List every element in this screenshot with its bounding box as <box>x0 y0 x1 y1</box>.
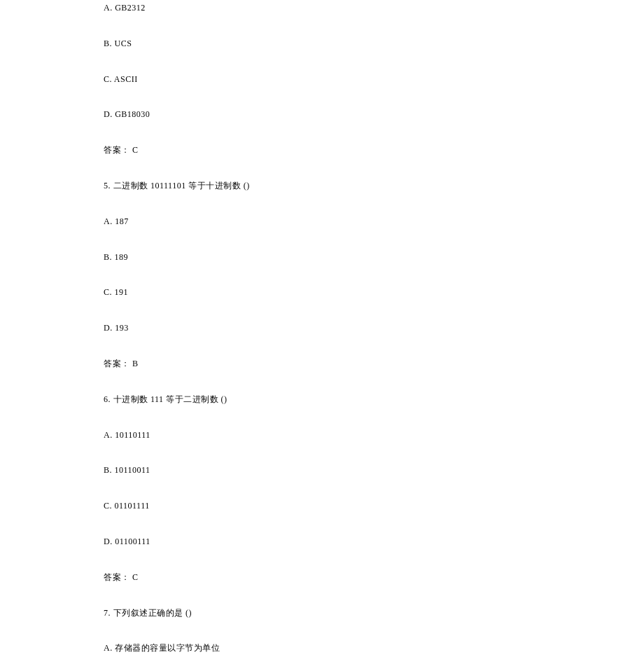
text-line: A. 10110111 <box>104 429 644 441</box>
text-line: C. 191 <box>104 286 644 298</box>
text-line: A. 存储器的容量以字节为单位 <box>104 642 644 654</box>
text-line: D. 01100111 <box>104 536 644 548</box>
text-line: 5. 二进制数 10111101 等于十进制数 () <box>104 180 644 192</box>
text-line: 7. 下列叙述正确的是 () <box>104 607 644 619</box>
text-line: D. GB18030 <box>104 109 644 120</box>
text-line: B. UCS <box>104 38 644 50</box>
text-line: D. 193 <box>104 322 644 334</box>
text-line: 答案： C <box>104 144 644 156</box>
text-line: 答案： B <box>104 358 644 370</box>
text-line: B. 10110011 <box>104 464 644 476</box>
text-line: B. 189 <box>104 251 644 263</box>
text-line: C. ASCII <box>104 74 644 85</box>
text-line: A. 187 <box>104 216 644 228</box>
text-line: C. 01101111 <box>104 500 644 512</box>
text-line: A. GB2312 <box>104 2 644 14</box>
text-line: 6. 十进制数 111 等于二进制数 () <box>104 394 644 406</box>
document-content: A. GB2312 B. UCS C. ASCII D. GB18030 答案：… <box>0 0 644 664</box>
text-line: 答案： C <box>104 572 644 583</box>
